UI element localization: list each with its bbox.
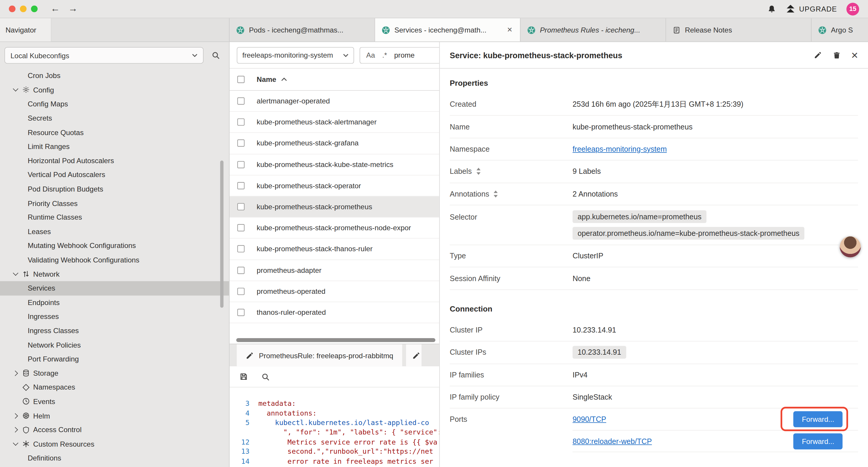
namespace-filter-dropdown[interactable]: freeleaps-monitoring-system	[237, 47, 354, 63]
horizontal-scrollbar[interactable]	[236, 338, 435, 342]
regex-toggle[interactable]: .*	[382, 51, 387, 59]
sidebar-item-services[interactable]: Services	[0, 281, 229, 295]
close-drawer-icon[interactable]: ×	[851, 49, 858, 61]
row-checkbox[interactable]	[237, 203, 244, 210]
row-value: None	[572, 274, 858, 283]
name-column-header[interactable]: Name	[257, 76, 287, 84]
forward-button[interactable]: Forward...	[794, 411, 843, 427]
sidebar-item-custom-resources[interactable]: Custom Resources	[0, 437, 229, 451]
row-checkbox[interactable]	[237, 161, 244, 168]
collapse-chevron-icon[interactable]	[13, 86, 19, 92]
expand-chevron-icon[interactable]	[12, 427, 18, 433]
user-avatar[interactable]	[840, 236, 861, 258]
back-button[interactable]: ←	[49, 3, 62, 14]
zoom-window-button[interactable]	[31, 6, 37, 12]
kubeconfig-selector[interactable]: Local Kubeconfigs	[4, 47, 204, 63]
sidebar-item-access-control[interactable]: Access Control	[0, 423, 229, 437]
collapse-chevron-icon[interactable]	[13, 270, 19, 276]
sidebar-item-helm[interactable]: Helm	[0, 408, 229, 423]
sidebar-item-events[interactable]: Events	[0, 394, 229, 408]
sidebar-item-secrets[interactable]: Secrets	[0, 111, 229, 125]
sidebar-item-storage[interactable]: Storage	[0, 366, 229, 380]
tab-services-icecheng-math[interactable]: Services - icecheng@math...×	[375, 18, 521, 42]
table-row[interactable]: kube-prometheus-stack-alertmanager	[229, 112, 439, 133]
table-row[interactable]: alertmanager-operated	[229, 91, 439, 112]
tab-pods-icecheng-mathmas[interactable]: Pods - icecheng@mathmas...	[229, 18, 375, 42]
sidebar-item-limit-ranges[interactable]: Limit Ranges	[0, 140, 229, 154]
delete-icon[interactable]	[833, 51, 841, 59]
tab-release-notes[interactable]: Release Notes	[666, 18, 811, 42]
sidebar-item-validating-webhook-configurations[interactable]: Validating Webhook Configurations	[0, 253, 229, 267]
table-row[interactable]: kube-prometheus-stack-prometheus-node-ex…	[229, 217, 439, 239]
row-checkbox[interactable]	[237, 288, 244, 295]
dock-tab[interactable]	[406, 344, 421, 367]
sidebar-item-port-forwarding[interactable]: Port Forwarding	[0, 352, 229, 366]
sidebar-item-definitions[interactable]: Definitions	[0, 451, 229, 465]
sidebar-item-network[interactable]: Network	[0, 267, 229, 281]
sidebar-item-config-maps[interactable]: Config Maps	[0, 97, 229, 111]
port-link[interactable]: 8080:reloader-web/TCP	[572, 437, 652, 445]
sidebar-item-endpoints[interactable]: Endpoints	[0, 295, 229, 310]
tab-argo-s[interactable]: Argo S	[812, 18, 868, 42]
editor-search-icon[interactable]	[261, 372, 270, 381]
table-search-input[interactable]: Aa .* prome	[360, 47, 439, 63]
table-row[interactable]: kube-prometheus-stack-operator	[229, 175, 439, 197]
tab-prometheus-rules-icecheng[interactable]: Prometheus Rules - icecheng...	[521, 18, 666, 42]
row-checkbox[interactable]	[237, 97, 244, 105]
match-case-toggle[interactable]: Aa	[366, 51, 375, 59]
sidebar-item-network-policies[interactable]: Network Policies	[0, 338, 229, 352]
expand-chevron-icon[interactable]	[12, 413, 18, 418]
sort-updown-icon[interactable]	[476, 168, 481, 175]
table-row[interactable]: kube-prometheus-stack-prometheus	[229, 197, 439, 218]
row-checkbox[interactable]	[237, 267, 244, 274]
close-window-button[interactable]	[9, 6, 16, 12]
table-row[interactable]: prometheus-operated	[229, 281, 439, 302]
namespace-link[interactable]: freeleaps-monitoring-system	[572, 145, 858, 153]
row-checkbox[interactable]	[237, 119, 244, 126]
table-row[interactable]: kube-prometheus-stack-thanos-ruler	[229, 239, 439, 260]
row-checkbox[interactable]	[237, 224, 244, 231]
table-row[interactable]: kube-prometheus-stack-kube-state-metrics	[229, 154, 439, 176]
close-tab-icon[interactable]: ×	[506, 25, 514, 35]
row-value-text: 9 Labels	[572, 167, 858, 176]
sidebar-item-cron-jobs[interactable]: Cron Jobs	[0, 68, 229, 83]
save-icon[interactable]	[240, 372, 248, 381]
sidebar-item-namespaces[interactable]: Namespaces	[0, 380, 229, 395]
collapse-chevron-icon[interactable]	[13, 440, 19, 446]
dock-tab-prometheusrule-freeleaps-prod-rabbitmq[interactable]: PrometheusRule: freeleaps-prod-rabbitmq	[237, 344, 402, 367]
sidebar-item-vertical-pod-autoscalers[interactable]: Vertical Pod Autoscalers	[0, 168, 229, 182]
forward-button[interactable]: →	[66, 3, 80, 14]
sidebar-item-resource-quotas[interactable]: Resource Quotas	[0, 125, 229, 140]
sidebar-item-mutating-webhook-configurations[interactable]: Mutating Webhook Configurations	[0, 238, 229, 253]
sidebar-item-priority-classes[interactable]: Priority Classes	[0, 196, 229, 210]
row-checkbox[interactable]	[237, 140, 244, 147]
notifications-bell-icon[interactable]	[767, 4, 776, 13]
sidebar-item-leases[interactable]: Leases	[0, 224, 229, 238]
table-row[interactable]: kube-prometheus-stack-grafana	[229, 133, 439, 154]
sidebar-item-horizontal-pod-autoscalers[interactable]: Horizontal Pod Autoscalers	[0, 154, 229, 168]
port-link[interactable]: 9090/TCP	[572, 415, 606, 423]
sidebar-item-config[interactable]: Config	[0, 83, 229, 97]
notification-count-badge[interactable]: 15	[846, 2, 859, 15]
sidebar-item-pod-disruption-budgets[interactable]: Pod Disruption Budgets	[0, 182, 229, 196]
editor-tab-strip: Pods - icecheng@mathmas...Services - ice…	[229, 18, 868, 42]
yaml-editor[interactable]: 3metadata:4 annotations:5 kubectl.kubern…	[229, 387, 439, 467]
table-row[interactable]: prometheus-adapter	[229, 260, 439, 281]
forward-button[interactable]: Forward...	[794, 433, 843, 449]
expand-chevron-icon[interactable]	[12, 370, 18, 376]
sidebar-search-icon[interactable]	[211, 51, 220, 60]
sidebar-item-runtime-classes[interactable]: Runtime Classes	[0, 210, 229, 224]
sidebar-scrollbar[interactable]	[220, 160, 223, 308]
minimize-window-button[interactable]	[20, 6, 26, 12]
sidebar-item-ingresses[interactable]: Ingresses	[0, 310, 229, 324]
table-row[interactable]: thanos-ruler-operated	[229, 302, 439, 323]
row-checkbox[interactable]	[237, 182, 244, 189]
navigator-panel-tab[interactable]: Navigator	[0, 18, 51, 42]
sidebar-item-ingress-classes[interactable]: Ingress Classes	[0, 324, 229, 338]
upgrade-button[interactable]: UPGRADE	[785, 4, 837, 13]
sort-updown-icon[interactable]	[493, 191, 499, 198]
select-all-checkbox[interactable]	[237, 76, 244, 83]
row-checkbox[interactable]	[237, 245, 244, 253]
row-checkbox[interactable]	[237, 309, 244, 316]
edit-icon[interactable]	[814, 51, 822, 59]
